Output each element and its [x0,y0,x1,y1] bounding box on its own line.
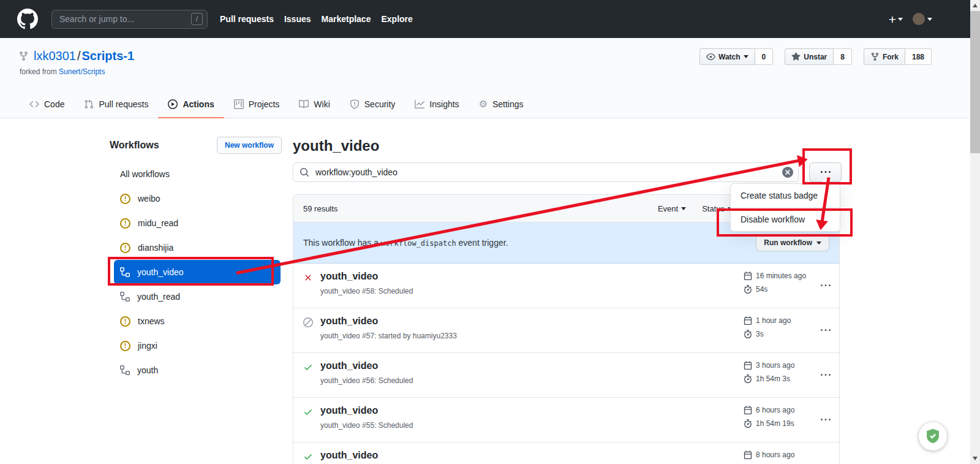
sidebar-item-label: midu_read [138,218,178,228]
sidebar-item-youth-read[interactable]: youth_read [114,284,281,309]
workflow-icon [120,267,130,277]
workflow-list: All workflows ! weibo ! midu_read ! dian… [110,162,282,382]
menu-item-create-status-badge[interactable]: Create status badge [731,184,840,207]
clear-icon [782,167,793,178]
run-time: 1 hour ago [756,316,791,325]
run-duration: 54s [756,285,767,294]
search-icon [300,167,309,177]
calendar-icon [744,451,752,459]
tab-wiki[interactable]: Wiki [289,91,339,118]
shield-icon [350,99,360,109]
runs-search-input[interactable] [314,167,777,178]
run-title-link[interactable]: youth_video [320,450,378,461]
notice-code: workflow_dispatch [381,239,456,248]
caret-down-icon [927,18,932,21]
status-filter[interactable]: Status [702,204,733,213]
sidebar-item-dianshijia[interactable]: ! dianshijia [114,235,281,260]
tab-security[interactable]: Security [340,91,405,118]
menu-item-disable-workflow[interactable]: Disable workflow [731,207,840,231]
tab-code[interactable]: Code [20,91,74,118]
repo-owner-link[interactable]: lxk0301 [34,49,76,63]
global-search-input[interactable] [58,13,191,25]
watch-button[interactable]: Watch [699,48,755,65]
run-title-link[interactable]: youth_video [320,360,378,371]
adblock-shield-badge[interactable] [919,422,947,451]
warning-icon: ! [120,316,130,327]
kebab-icon [821,325,831,335]
run-title-link[interactable]: youth_video [320,405,378,416]
star-count[interactable]: 8 [834,48,852,65]
scroll-up-arrow-icon[interactable] [973,4,978,7]
fork-count[interactable]: 188 [905,48,932,65]
warning-icon: ! [120,341,130,351]
sidebar-item-label: jingxi [138,341,157,351]
success-icon [303,452,313,462]
sidebar-item-youth-video[interactable]: youth_video [114,260,281,284]
fork-button[interactable]: Fork [864,48,905,65]
unstar-button[interactable]: Unstar [785,48,834,65]
tab-settings[interactable]: ⚙ Settings [469,91,533,118]
workflow-icon [120,292,130,302]
sidebar-item-txnews[interactable]: ! txnews [114,309,281,333]
graph-icon [415,99,424,109]
event-filter-label: Event [658,204,678,213]
clear-search-button[interactable] [782,167,793,178]
nav-pull-requests[interactable]: Pull requests [220,14,274,24]
sidebar-item-label: txnews [138,316,165,326]
watch-group: Watch 0 [699,48,773,65]
run-workflow-button[interactable]: Run workflow [756,234,829,251]
run-options-button[interactable] [821,370,831,380]
forked-from-link[interactable]: Sunert/Scripts [59,67,105,76]
event-filter[interactable]: Event [658,204,686,213]
tab-actions[interactable]: Actions [158,91,224,118]
eye-icon [706,52,715,61]
nav-marketplace[interactable]: Marketplace [322,14,371,24]
run-workflow-label: Run workflow [764,238,812,247]
sidebar-item-jingxi[interactable]: ! jingxi [114,333,281,358]
watch-count[interactable]: 0 [755,48,774,65]
run-options-button[interactable] [821,325,831,335]
create-new-menu[interactable]: + [889,13,903,26]
page-title: youth_video [293,137,842,154]
kebab-icon [821,281,831,291]
caret-down-icon [744,55,748,58]
run-time: 8 hours ago [756,451,794,459]
caret-down-icon [681,207,686,210]
sidebar-item-midu-read[interactable]: ! midu_read [114,211,281,235]
shield-check-icon [924,428,941,445]
sidebar-item-all-workflows[interactable]: All workflows [114,162,281,186]
runs-search-row [293,162,842,182]
run-title-link[interactable]: youth_video [320,316,378,327]
user-menu[interactable] [913,13,932,25]
github-logo-icon[interactable] [17,9,38,29]
vertical-scrollbar[interactable] [970,0,980,464]
scrollbar-thumb[interactable] [970,11,980,153]
tab-pull-requests[interactable]: Pull requests [74,91,158,118]
sidebar-item-weibo[interactable]: ! weibo [114,186,281,211]
run-meta: 16 minutes ago 54s [744,270,806,297]
nav-explore[interactable]: Explore [381,14,412,24]
run-options-button[interactable] [821,281,831,291]
sidebar-item-youth[interactable]: youth [114,358,281,382]
run-title-link[interactable]: youth_video [320,271,378,282]
run-row: youth_video youth_video #56: Scheduled 3… [293,353,839,398]
tab-projects[interactable]: Projects [224,91,290,118]
repo-name-link[interactable]: Scripts-1 [82,49,135,63]
tab-label: Wiki [314,99,330,109]
run-row: youth_video 8 hours ago [293,443,839,464]
scroll-down-arrow-icon[interactable] [973,457,978,460]
star-group: Unstar 8 [785,48,852,65]
runs-table: 59 results Event Status Th [293,194,840,464]
nav-issues[interactable]: Issues [284,14,311,24]
tab-label: Settings [492,99,524,109]
run-subtitle: youth_video #58: Scheduled [320,287,413,295]
tab-label: Projects [249,99,280,109]
avatar [913,13,925,25]
global-search: / [51,10,208,29]
run-options-button[interactable] [821,415,831,425]
forked-from-label: forked from [20,67,57,76]
notice-text: This workflow has a workflow_dispatch ev… [303,238,508,248]
new-workflow-button[interactable]: New workflow [217,137,282,154]
run-subtitle: youth_video #55: Scheduled [320,421,413,430]
tab-insights[interactable]: Insights [405,91,469,118]
